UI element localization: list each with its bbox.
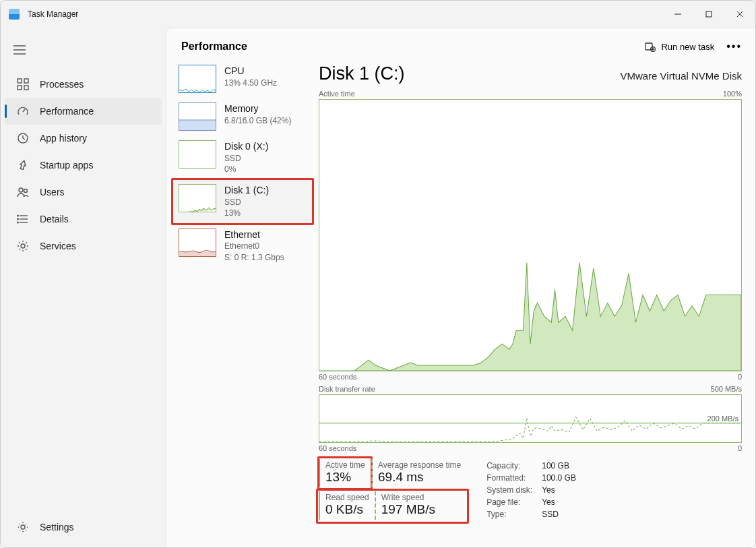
stat-value: 13% xyxy=(325,470,366,485)
chart1-xright: 0 xyxy=(738,373,742,381)
info-value: SSD xyxy=(542,509,584,520)
cpu-thumbnail xyxy=(179,65,216,93)
svg-point-13 xyxy=(19,188,23,192)
perf-item-cpu[interactable]: CPU 13% 4.50 GHz xyxy=(173,61,312,97)
run-new-task-button[interactable]: Run new task xyxy=(645,41,714,52)
sidebar-item-processes[interactable]: Processes xyxy=(5,71,162,98)
users-icon xyxy=(17,186,29,198)
ethernet-thumbnail xyxy=(179,229,216,257)
stat-label: Average response time xyxy=(378,460,461,470)
sidebar-item-label: Settings xyxy=(40,522,74,532)
perf-item-disk0[interactable]: Disk 0 (X:) SSD 0% xyxy=(173,136,312,179)
sidebar-item-label: Details xyxy=(40,214,69,224)
info-label: Capacity: xyxy=(486,460,540,471)
perf-item-title: Ethernet xyxy=(224,229,284,241)
more-button[interactable]: ••• xyxy=(726,40,742,53)
disk-info-table: Capacity:100 GB Formatted:100.0 GB Syste… xyxy=(485,459,586,521)
stat-label: Read speed xyxy=(325,493,369,502)
svg-rect-10 xyxy=(24,86,28,90)
minimize-button[interactable] xyxy=(662,3,693,25)
perf-item-sub: 13% 4.50 GHz xyxy=(224,78,277,88)
sidebar-item-app-history[interactable]: App history xyxy=(5,125,162,152)
sidebar-item-label: Processes xyxy=(40,79,84,90)
run-task-icon xyxy=(645,41,656,52)
svg-rect-23 xyxy=(645,43,652,50)
stats-row: Active time 13% Average response time 69… xyxy=(319,459,742,521)
maximize-button[interactable] xyxy=(693,3,724,25)
title-bar: Task Manager xyxy=(1,1,755,28)
info-label: System disk: xyxy=(486,485,540,495)
close-button[interactable] xyxy=(724,3,755,25)
memory-thumbnail xyxy=(179,102,216,131)
window-controls xyxy=(662,3,755,25)
svg-point-22 xyxy=(21,525,25,529)
stat-avg-response: Average response time 69.4 ms xyxy=(371,459,466,487)
chart2-xright: 0 xyxy=(738,444,742,452)
sidebar-item-label: Users xyxy=(40,187,65,197)
info-label: Formatted: xyxy=(486,473,540,483)
perf-item-memory[interactable]: Memory 6.8/16.0 GB (42%) xyxy=(173,98,312,135)
perf-item-sub: 6.8/16.0 GB (42%) xyxy=(224,115,291,126)
transfer-rate-chart: 200 MB/s xyxy=(319,394,742,443)
speedometer-icon xyxy=(17,105,29,117)
svg-rect-1 xyxy=(706,11,712,17)
chart1-max: 100% xyxy=(723,90,742,98)
chart1-label: Active time xyxy=(319,90,355,98)
sidebar-item-settings[interactable]: Settings xyxy=(5,514,162,541)
gear-icon xyxy=(17,240,29,252)
svg-point-20 xyxy=(18,222,19,223)
table-row: Formatted:100.0 GB xyxy=(486,473,584,483)
svg-point-21 xyxy=(21,244,25,248)
perf-item-sub: Ethernet0 xyxy=(224,241,284,251)
chart2-xleft: 60 seconds xyxy=(319,444,356,452)
info-label: Page file: xyxy=(486,497,540,508)
info-value: 100.0 GB xyxy=(542,473,584,483)
disk0-thumbnail xyxy=(179,140,216,169)
perf-item-sub: SSD xyxy=(224,197,269,208)
svg-rect-8 xyxy=(24,79,28,83)
performance-list: CPU 13% 4.50 GHz Memory 6.8/16.0 GB (42%… xyxy=(166,61,312,547)
svg-point-18 xyxy=(18,215,19,216)
perf-item-sub2: S: 0 R: 1.3 Gbps xyxy=(224,252,284,263)
perf-item-title: Disk 0 (X:) xyxy=(224,140,268,153)
svg-line-11 xyxy=(23,109,25,112)
stat-label: Write speed xyxy=(381,493,435,502)
sidebar-item-startup-apps[interactable]: Startup apps xyxy=(5,152,162,179)
grid-icon xyxy=(17,78,29,90)
stat-value: 69.4 ms xyxy=(378,470,461,485)
detail-vendor: VMware Virtual NVMe Disk xyxy=(620,70,742,82)
info-value: Yes xyxy=(542,485,584,495)
table-row: Page file:Yes xyxy=(486,497,584,508)
detail-title: Disk 1 (C:) xyxy=(319,63,405,84)
perf-item-ethernet[interactable]: Ethernet Ethernet0 S: 0 R: 1.3 Gbps xyxy=(173,224,312,267)
perf-item-sub2: 0% xyxy=(224,164,268,175)
svg-point-14 xyxy=(24,189,28,193)
svg-rect-9 xyxy=(18,86,22,90)
sidebar-item-label: Startup apps xyxy=(40,160,93,171)
page-title: Performance xyxy=(181,40,247,53)
sidebar-item-details[interactable]: Details xyxy=(5,206,162,233)
window-title: Task Manager xyxy=(28,9,78,19)
perf-item-sub: SSD xyxy=(224,153,268,164)
perf-item-title: Disk 1 (C:) xyxy=(224,184,269,197)
stat-label: Active time xyxy=(325,460,366,470)
stat-write-speed: Write speed 197 MB/s xyxy=(375,491,441,520)
app-icon xyxy=(9,9,20,20)
sidebar-item-label: Performance xyxy=(40,106,94,117)
sidebar-item-performance[interactable]: Performance xyxy=(5,98,162,125)
stat-value: 0 KB/s xyxy=(325,502,369,517)
main-panel: Performance Run new task ••• CPU 1 xyxy=(166,28,755,547)
sidebar-item-services[interactable]: Services xyxy=(5,233,162,260)
hamburger-button[interactable] xyxy=(13,45,26,57)
sidebar: Processes Performance App history Startu… xyxy=(1,28,166,547)
active-time-chart xyxy=(319,99,742,371)
svg-rect-7 xyxy=(18,79,22,83)
sidebar-item-users[interactable]: Users xyxy=(5,179,162,206)
detail-pane: Disk 1 (C:) VMware Virtual NVMe Disk Act… xyxy=(312,61,755,547)
perf-item-disk1[interactable]: Disk 1 (C:) SSD 13% xyxy=(173,180,312,222)
table-row: Type:SSD xyxy=(486,509,584,520)
perf-item-title: Memory xyxy=(224,102,291,115)
svg-point-19 xyxy=(18,218,19,220)
svg-rect-27 xyxy=(179,120,216,131)
list-icon xyxy=(17,213,29,225)
